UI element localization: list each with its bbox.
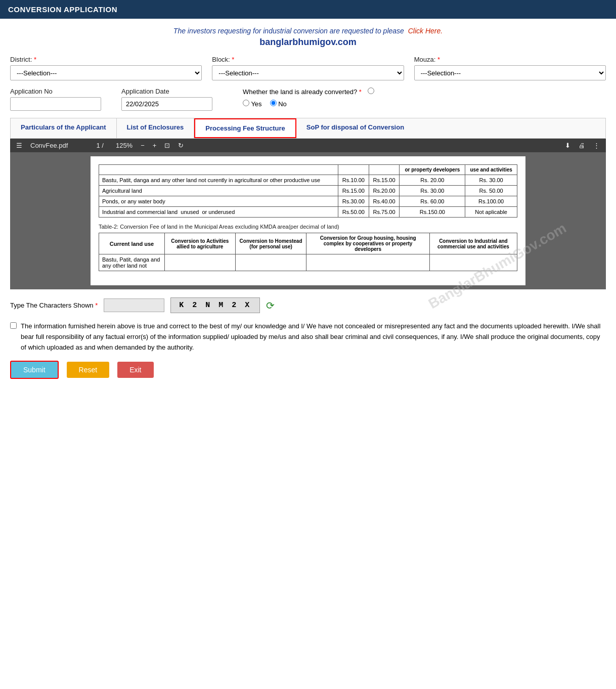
table-row: Bastu, Patit, danga and any other land n… [99,175,517,186]
click-here-link[interactable]: Click Here. [408,27,443,35]
pdf-toolbar: ☰ ConvFee.pdf 1 / 125% − + ⊡ ↻ ⬇ 🖨 ⋮ [10,139,606,152]
declaration-row: The information furnished herein above i… [10,321,606,353]
captcha-refresh-icon[interactable]: ⟳ [266,299,275,312]
district-label: District: * [10,56,202,63]
converted-radio-yes[interactable] [368,88,374,94]
table2-caption: Table-2: Conversion Fee of land in the M… [99,224,517,230]
print-icon[interactable]: 🖨 [579,142,585,149]
exit-button[interactable]: Exit [117,362,153,378]
pdf-page: or property developers use and activitie… [91,156,525,285]
declaration-text: The information furnished herein above i… [21,321,606,353]
header-title: CONVERSION APPLICATION [8,5,117,14]
hamburger-icon[interactable]: ☰ [16,142,22,149]
pdf-table-2: Current land use Conversion to Activitie… [99,233,517,271]
converted-group: Whether the land is already converted? *… [243,88,606,108]
app-date-group: Application Date [121,88,233,111]
app-date-label: Application Date [121,88,233,95]
zoom-out-icon[interactable]: − [141,142,145,149]
mouza-label: Mouza: * [414,56,606,63]
block-select[interactable]: ---Selection--- [212,65,404,80]
pdf-filename: ConvFee.pdf [30,142,68,149]
no-label: No [270,100,287,108]
submit-button[interactable]: Submit [10,361,59,379]
declaration-checkbox[interactable] [10,322,17,329]
table-row: Bastu, Patit, danga and any other land n… [99,254,517,271]
app-no-input[interactable] [10,97,101,111]
notice-banner: The investors requesting for industrial … [10,27,606,48]
mouza-select[interactable]: ---Selection--- [414,65,606,80]
app-info-row: Application No Application Date Whether … [10,88,606,111]
yes-label: Yes [243,100,262,108]
website-url[interactable]: banglarbhumigov.com [10,37,606,48]
mouza-group: Mouza: * ---Selection--- [414,56,606,80]
block-group: Block: * ---Selection--- [212,56,404,80]
pdf-zoom: 125% [116,142,133,149]
app-no-label: Application No [10,88,111,95]
captcha-input[interactable] [104,298,164,312]
block-label: Block: * [212,56,404,63]
pdf-page-num: 1 / [96,142,103,149]
captcha-image: K 2 N M 2 X [170,297,260,313]
pdf-viewer-container: ☰ ConvFee.pdf 1 / 125% − + ⊡ ↻ ⬇ 🖨 ⋮ [10,139,606,289]
pdf-scroll-area[interactable]: or property developers use and activitie… [10,152,606,289]
more-icon[interactable]: ⋮ [593,142,600,149]
table-row: Agricultural land Rs.15.00 Rs.20.00 Rs. … [99,186,517,196]
rotate-icon[interactable]: ↻ [178,142,184,149]
app-date-input[interactable] [121,97,212,111]
tabs-bar: Particulars of the Applicant List of Enc… [10,118,606,139]
zoom-in-icon[interactable]: + [153,142,157,149]
captcha-row: Type The Characters Shown * K 2 N M 2 X … [10,297,606,313]
captcha-label: Type The Characters Shown * [10,302,98,309]
fit-page-icon[interactable]: ⊡ [164,142,170,149]
converted-label: Whether the land is already converted? * [243,88,374,96]
download-icon[interactable]: ⬇ [565,142,570,149]
yes-radio[interactable] [243,100,249,106]
table-row: Ponds, or any water body Rs.30.00 Rs.40.… [99,196,517,207]
app-no-group: Application No [10,88,111,111]
district-select[interactable]: ---Selection--- [10,65,202,80]
notice-text: The investors requesting for industrial … [173,27,404,35]
reset-button[interactable]: Reset [67,362,110,378]
tab-processing[interactable]: Processing Fee Structure [194,118,296,138]
buttons-row: Submit Reset Exit [10,361,606,379]
location-row: District: * ---Selection--- Block: * ---… [10,56,606,80]
tab-sop[interactable]: SoP for disposal of Conversion [296,118,414,138]
header-bar: CONVERSION APPLICATION [0,0,616,19]
tab-particulars[interactable]: Particulars of the Applicant [11,118,117,138]
district-group: District: * ---Selection--- [10,56,202,80]
no-radio[interactable] [270,100,277,106]
pdf-table-1: or property developers use and activitie… [99,164,517,218]
table-row: Industrial and commercial land unused or… [99,207,517,218]
tab-enclosures[interactable]: List of Enclosures [117,118,195,138]
